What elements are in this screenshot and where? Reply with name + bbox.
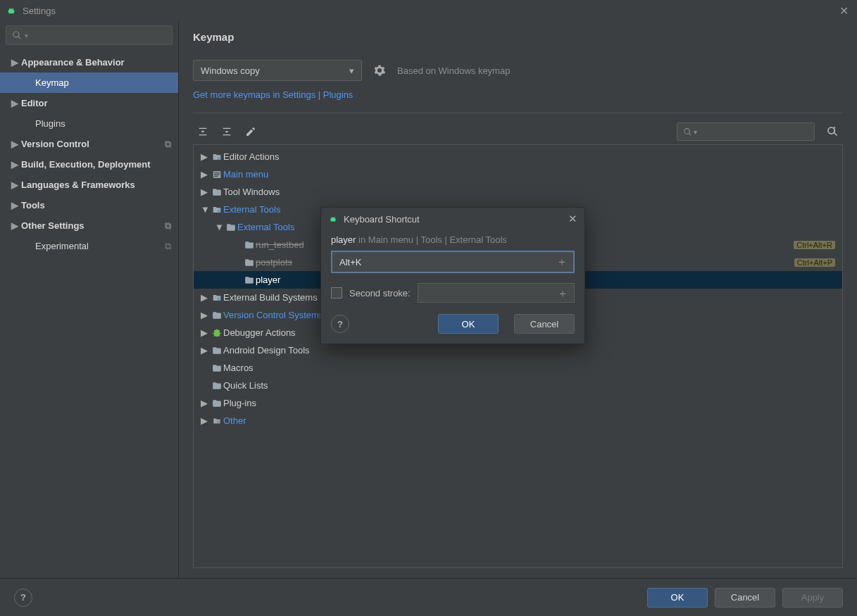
tree-row-label: Debugger Actions (223, 327, 296, 338)
second-stroke-checkbox[interactable] (331, 287, 342, 298)
add-stroke-icon[interactable]: ＋ (556, 255, 568, 270)
blank (233, 239, 243, 250)
chevron-right-icon: ▶ (11, 57, 21, 68)
sidebar-item-label: Version Control (21, 139, 89, 149)
sidebar-item[interactable]: ▶Other Settings⧉ (0, 215, 178, 236)
sidebar-item-label: Plugins (35, 118, 65, 129)
chevron-right-icon: ▶ (201, 187, 211, 197)
sidebar-item[interactable]: ▶Languages & Frameworks (0, 175, 178, 195)
chevron-right-icon: ▶ (201, 327, 211, 338)
blank (233, 257, 243, 268)
tree-row-label: External Tools (223, 204, 280, 215)
tree-row[interactable]: ▶Editor Actions (194, 148, 842, 165)
ok-button[interactable]: OK (647, 588, 708, 608)
tree-row-label: Editor Actions (223, 151, 280, 162)
tree-search-input[interactable]: ▾ (677, 122, 815, 141)
tree-row-label: Main menu (223, 169, 268, 180)
tree-row-label: External Build Systems (223, 292, 318, 303)
sidebar-item-label: Editor (21, 98, 48, 108)
tree-row[interactable]: ▶Main menu (194, 165, 842, 183)
tree-row-label: Plug-ins (223, 398, 256, 408)
find-actions-by-shortcut-icon[interactable] (822, 122, 843, 141)
tree-row-label: Other (223, 415, 246, 426)
sidebar-item[interactable]: ▶Appearance & Behavior (0, 52, 178, 73)
sidebar-item[interactable]: ▶Editor (0, 93, 178, 113)
scope-icon: ⧉ (165, 220, 171, 232)
gear-icon[interactable] (373, 64, 386, 77)
second-stroke-label: Second stroke: (349, 288, 411, 298)
chevron-right-icon: ▶ (11, 159, 21, 170)
menu-icon (211, 170, 223, 180)
dialog-footer: ? OK Cancel Apply (0, 578, 857, 616)
ok-button[interactable]: OK (438, 314, 499, 334)
tree-row-label: Version Control Systems (223, 310, 323, 320)
folder-icon (211, 346, 223, 356)
chevron-right-icon: ▶ (201, 415, 211, 426)
shortcut-badge: Ctrl+Alt+R (794, 241, 835, 249)
close-icon[interactable]: ✕ (568, 213, 577, 225)
tree-row[interactable]: ▶Other (194, 412, 842, 429)
sidebar-search-input[interactable]: ▾ (6, 25, 173, 45)
shortcut-badge: Ctrl+Alt+P (794, 258, 835, 267)
chevron-right-icon: ▶ (201, 310, 211, 320)
svg-rect-8 (218, 421, 220, 422)
help-icon[interactable]: ? (14, 589, 32, 607)
tree-row[interactable]: ▶Plug-ins (194, 394, 842, 412)
collapse-all-icon[interactable] (217, 122, 237, 142)
tree-row[interactable]: ▶Tool Windows (194, 183, 842, 201)
edit-icon[interactable] (241, 122, 261, 142)
android-logo-icon (328, 214, 338, 224)
sidebar-item[interactable]: ▶Tools (0, 195, 178, 215)
tree-row[interactable]: Macros (194, 359, 842, 377)
expand-all-icon[interactable] (193, 122, 213, 142)
sidebar-item[interactable]: ▶Version Control⧉ (0, 134, 178, 154)
svg-rect-7 (217, 421, 218, 422)
svg-rect-3 (214, 174, 220, 175)
other-icon (211, 416, 223, 426)
tree-row[interactable]: Quick Lists (194, 377, 842, 394)
chevron-right-icon: ▶ (11, 139, 21, 149)
help-icon[interactable]: ? (331, 315, 349, 333)
scope-icon: ⧉ (165, 139, 171, 150)
second-stroke-input[interactable]: ＋ (418, 283, 575, 303)
sidebar-item[interactable]: Plugins (0, 113, 178, 134)
close-icon[interactable]: ✕ (837, 1, 851, 20)
apply-button[interactable]: Apply (782, 588, 843, 608)
sidebar-item[interactable]: Keymap (0, 73, 178, 93)
window-title: Settings (23, 6, 56, 16)
folder-icon (211, 310, 223, 320)
chevron-down-icon: ▾ (349, 65, 354, 76)
chevron-right-icon: ▶ (11, 220, 21, 231)
first-stroke-input[interactable]: Alt+K ＋ (331, 251, 575, 273)
chevron-right-icon: ▶ (201, 345, 211, 356)
sidebar-item-label: Build, Execution, Deployment (21, 159, 150, 170)
svg-rect-2 (214, 172, 220, 173)
keymap-dropdown[interactable]: Windows copy ▾ (193, 60, 362, 81)
tree-row-label: postplots (256, 257, 292, 268)
sidebar-item-label: Languages & Frameworks (21, 180, 135, 190)
cancel-button[interactable]: Cancel (715, 588, 775, 608)
chevron-right-icon: ▶ (201, 398, 211, 408)
cancel-button[interactable]: Cancel (514, 314, 575, 334)
tree-row-label: Quick Lists (223, 380, 268, 391)
chevron-down-icon: ▼ (201, 204, 211, 215)
folder-icon (211, 363, 223, 373)
sidebar-item-label: Experimental (35, 241, 89, 251)
sidebar-item[interactable]: ▶Build, Execution, Deployment (0, 154, 178, 175)
tree-row-label: Tool Windows (223, 187, 280, 197)
sidebar-item-label: Keymap (35, 77, 69, 88)
sidebar-item[interactable]: Experimental⧉ (0, 236, 178, 256)
settings-sidebar: ▾ ▶Appearance & BehaviorKeymap▶EditorPlu… (0, 21, 179, 578)
get-more-keymaps-link[interactable]: Get more keymaps in Settings | Plugins (193, 89, 843, 100)
gear-icon (211, 204, 223, 215)
gear-icon (211, 292, 223, 303)
gear-icon (211, 151, 223, 163)
sidebar-item-label: Appearance & Behavior (21, 57, 125, 68)
chevron-right-icon: ▶ (11, 200, 21, 210)
svg-point-5 (218, 209, 220, 212)
folder-icon (243, 275, 256, 285)
blank (201, 363, 211, 373)
add-stroke-icon[interactable]: ＋ (557, 287, 568, 301)
tree-row-label: run_testbed (256, 239, 304, 250)
svg-rect-4 (214, 175, 218, 176)
